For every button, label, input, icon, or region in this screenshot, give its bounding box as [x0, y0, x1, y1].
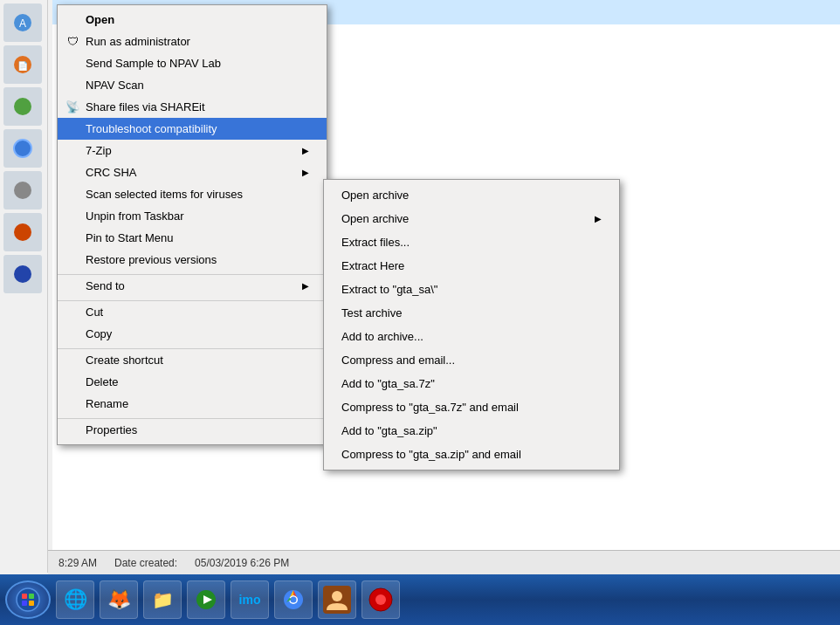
- record-icon: [368, 587, 393, 612]
- svg-rect-13: [29, 601, 34, 606]
- submenu-item-compress-zip-email[interactable]: Compress to "gta_sa.zip" and email: [324, 443, 619, 466]
- chrome-icon: [283, 589, 304, 610]
- menu-item-pin-start[interactable]: Pin to Start Menu: [58, 227, 327, 249]
- open-icon: [65, 12, 80, 28]
- menu-label-crc: CRC SHA: [86, 166, 137, 179]
- submenu-label-open-archive-sub: Open archive: [341, 212, 409, 225]
- taskbar-icon-firefox[interactable]: 🦊: [100, 580, 138, 619]
- svg-point-6: [14, 182, 31, 199]
- troubleshoot-icon: [65, 121, 80, 137]
- submenu-label-extract-to: Extract to "gta_sa\": [341, 283, 437, 296]
- unpin-icon: [65, 209, 80, 224]
- menu-label-npav-scan: NPAV Scan: [86, 79, 144, 92]
- menu-item-restore[interactable]: Restore previous versions: [58, 249, 327, 271]
- menu-item-run-admin[interactable]: 🛡 Run as administrator: [58, 31, 327, 52]
- svg-rect-10: [22, 594, 27, 599]
- submenu-item-compress-email[interactable]: Compress and email...: [324, 348, 619, 372]
- svg-rect-11: [29, 594, 34, 599]
- delete-icon: [65, 374, 80, 390]
- submenu-item-compress-7z-email[interactable]: Compress to "gta_sa.7z" and email: [324, 395, 619, 419]
- menu-item-create-shortcut[interactable]: Create shortcut: [58, 348, 327, 371]
- taskbar-icon-ie[interactable]: 🌐: [56, 580, 94, 619]
- send-icon: [65, 56, 80, 72]
- menu-item-cut[interactable]: Cut: [58, 300, 327, 323]
- sidebar-icon-5[interactable]: [3, 171, 42, 209]
- menu-item-npav-scan[interactable]: NPAV Scan: [58, 74, 327, 96]
- menu-item-rename[interactable]: Rename: [58, 393, 327, 415]
- submenu-label-compress-zip-email: Compress to "gta_sa.zip" and email: [341, 448, 521, 461]
- submenu-item-add-archive[interactable]: Add to archive...: [324, 325, 619, 348]
- svg-text:📄: 📄: [17, 60, 29, 72]
- submenu-label-add-archive: Add to archive...: [341, 330, 423, 343]
- menu-label-unpin: Unpin from Taskbar: [86, 209, 183, 223]
- menu-label-send-to: Send to: [86, 279, 125, 292]
- menu-item-send-npav[interactable]: Send Sample to NPAV Lab: [58, 52, 327, 74]
- menu-item-troubleshoot[interactable]: Troubleshoot compatibility: [58, 118, 327, 140]
- menu-label-open: Open: [86, 13, 114, 26]
- sidebar-icon-3[interactable]: [3, 87, 42, 126]
- submenu-7zip: Open archive Open archive ▶ Extract file…: [323, 179, 620, 470]
- shield-icon: 🛡: [65, 34, 80, 50]
- menu-label-send-npav: Send Sample to NPAV Lab: [86, 57, 221, 70]
- taskbar-icon-user[interactable]: [318, 580, 356, 619]
- virus-icon: [65, 187, 80, 203]
- submenu-item-add-zip[interactable]: Add to "gta_sa.zip": [324, 419, 619, 443]
- sidebar-icon-1[interactable]: A: [3, 3, 42, 42]
- submenu-item-open-archive-top[interactable]: Open archive: [324, 183, 619, 207]
- firefox-icon: 🦊: [107, 588, 131, 611]
- svg-text:A: A: [19, 17, 26, 30]
- statusbar-date-label: Date created:: [114, 557, 177, 569]
- statusbar-time: 8:29 AM: [59, 557, 97, 569]
- taskbar-icon-folder[interactable]: 📁: [143, 580, 182, 619]
- menu-item-send-to[interactable]: Send to ▶: [58, 274, 327, 297]
- menu-label-create-shortcut: Create shortcut: [86, 354, 163, 367]
- menu-item-unpin[interactable]: Unpin from Taskbar: [58, 205, 327, 227]
- svg-point-20: [332, 591, 342, 601]
- menu-label-rename: Rename: [86, 397, 128, 410]
- sidebar-icon-4[interactable]: [3, 129, 42, 168]
- taskbar-icon-media[interactable]: [187, 580, 225, 619]
- submenu-label-add-7z: Add to "gta_sa.7z": [341, 377, 435, 390]
- menu-item-7zip[interactable]: 7-Zip ▶: [58, 140, 327, 161]
- menu-label-troubleshoot: Troubleshoot compatibility: [86, 122, 217, 135]
- sidebar-icon-7[interactable]: [3, 255, 42, 293]
- taskbar-icon-imo[interactable]: imo: [231, 580, 269, 619]
- svg-point-22: [375, 594, 386, 605]
- submenu-item-test-archive[interactable]: Test archive: [324, 301, 619, 325]
- start-button[interactable]: [5, 580, 51, 619]
- menu-label-shareit: Share files via SHAREit: [86, 100, 205, 113]
- properties-icon: [65, 422, 80, 438]
- submenu-arrow-open-archive: ▶: [595, 214, 602, 223]
- submenu-item-extract-files[interactable]: Extract files...: [324, 230, 619, 254]
- submenu-label-add-zip: Add to "gta_sa.zip": [341, 424, 437, 437]
- taskbar-icon-chrome[interactable]: [274, 580, 313, 619]
- rename-icon: [65, 396, 80, 412]
- menu-item-properties[interactable]: Properties: [58, 418, 327, 441]
- menu-item-crc[interactable]: CRC SHA ▶: [58, 161, 327, 183]
- ie-icon: 🌐: [64, 588, 87, 611]
- status-bar: 8:29 AM Date created: 05/03/2019 6:26 PM: [48, 550, 840, 574]
- submenu-item-extract-to[interactable]: Extract to "gta_sa\": [324, 278, 619, 301]
- pin-icon: [65, 230, 80, 246]
- submenu-arrow-crc: ▶: [302, 168, 309, 177]
- submenu-label-extract-files: Extract files...: [341, 236, 410, 249]
- sidebar-icon-6[interactable]: [3, 213, 42, 251]
- menu-item-shareit[interactable]: 📡 Share files via SHAREit: [58, 96, 327, 118]
- submenu-item-add-7z[interactable]: Add to "gta_sa.7z": [324, 372, 619, 395]
- menu-item-copy[interactable]: Copy: [58, 323, 327, 345]
- submenu-label-open-archive-top: Open archive: [341, 189, 409, 202]
- 7zip-icon: [65, 143, 80, 159]
- submenu-item-open-archive-sub[interactable]: Open archive ▶: [324, 207, 619, 230]
- menu-item-scan-virus[interactable]: Scan selected items for viruses: [58, 183, 327, 205]
- submenu-label-test-archive: Test archive: [341, 306, 402, 319]
- restore-icon: [65, 252, 80, 268]
- menu-item-delete[interactable]: Delete: [58, 371, 327, 393]
- menu-label-scan-virus: Scan selected items for viruses: [86, 188, 243, 201]
- submenu-label-compress-7z-email: Compress to "gta_sa.7z" and email: [341, 401, 519, 414]
- menu-item-open[interactable]: Open: [58, 9, 327, 31]
- submenu-item-extract-here[interactable]: Extract Here: [324, 254, 619, 278]
- taskbar-icon-record[interactable]: [361, 580, 400, 619]
- media-icon: [196, 589, 217, 610]
- sidebar-icon-2[interactable]: 📄: [3, 45, 42, 84]
- npav-icon: [65, 78, 80, 93]
